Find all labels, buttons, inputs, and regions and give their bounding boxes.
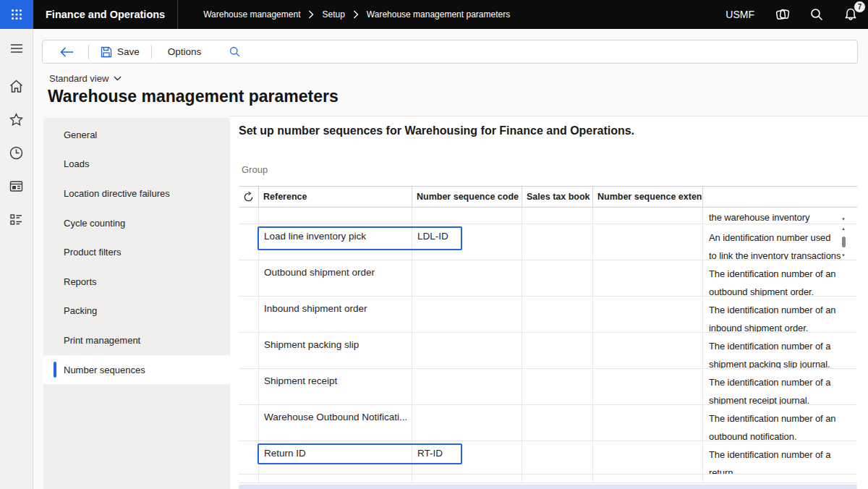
top-navigation-bar: Finance and Operations Warehouse managem… (0, 0, 868, 29)
table-row[interactable]: Outbound shipment order The identificati… (239, 260, 857, 297)
toolbar-search-button[interactable] (229, 46, 241, 58)
number-sequence-extension-cell[interactable] (593, 260, 703, 296)
app-title[interactable]: Finance and Operations (46, 9, 165, 20)
sidebar-item-general[interactable]: General (43, 120, 230, 150)
number-sequence-code-cell[interactable] (412, 297, 522, 332)
row-selector-cell[interactable] (239, 441, 259, 474)
sidebar-item-cycle-counting[interactable]: Cycle counting (43, 208, 230, 238)
menu-icon[interactable] (5, 37, 28, 60)
scroll-down-icon[interactable]: ▼ (841, 217, 846, 221)
row-selector-cell[interactable] (239, 260, 259, 296)
table-row[interactable]: Return ID RT-ID The identification numbe… (239, 441, 857, 475)
sales-tax-book-cell[interactable] (522, 333, 593, 368)
number-sequence-code-cell[interactable] (412, 369, 522, 404)
horizontal-scrollbar[interactable] (239, 485, 857, 489)
reference-cell[interactable]: Load line inventory pick (259, 224, 412, 260)
column-header-number-sequence-code[interactable]: Number sequence code (412, 187, 522, 207)
number-sequence-code-cell[interactable]: LDL-ID (412, 224, 522, 260)
row-selector-cell[interactable] (239, 297, 259, 332)
reference-cell[interactable]: Outbound shipment order (259, 260, 412, 296)
notifications-button[interactable]: 7 (842, 6, 859, 23)
number-sequence-extension-cell[interactable] (593, 297, 703, 332)
sidebar-item-location-directive-failures[interactable]: Location directive failures (43, 179, 230, 208)
app-launcher-icon (11, 9, 22, 20)
table-row[interactable]: Warehouse Outbound Notificati... The ide… (239, 405, 857, 441)
breadcrumb-page[interactable]: Warehouse management parameters (367, 9, 510, 20)
sidebar-item-loads[interactable]: Loads (43, 150, 230, 179)
number-sequence-extension-cell[interactable] (593, 208, 703, 224)
number-sequence-code-cell[interactable] (412, 333, 522, 368)
row-selector-cell[interactable] (239, 208, 259, 224)
reference-cell[interactable]: Return ID (259, 441, 412, 474)
table-row[interactable]: the warehouse inventory ▲ ▼ (239, 208, 857, 224)
number-sequence-extension-cell[interactable] (593, 405, 703, 441)
grid-header-row: Reference Number sequence code Sales tax… (239, 186, 857, 208)
table-row[interactable]: Inbound shipment order The identificatio… (239, 297, 857, 333)
breadcrumb-setup[interactable]: Setup (322, 9, 344, 20)
table-row[interactable]: Shipment receipt The identification numb… (239, 369, 857, 405)
description-cell: The identification number of an inbound … (703, 297, 857, 332)
sidebar-item-print-management[interactable]: Print management (43, 326, 230, 355)
column-header-sales-tax-book[interactable]: Sales tax book ... (522, 187, 593, 207)
sales-tax-book-cell[interactable] (522, 224, 593, 260)
scroll-down-icon[interactable]: ▼ (841, 253, 846, 258)
breadcrumb-module[interactable]: Warehouse management (203, 9, 300, 20)
number-sequence-code-cell[interactable]: RT-ID (412, 441, 522, 474)
sidebar-item-reports[interactable]: Reports (43, 267, 230, 297)
reference-cell[interactable]: Warehouse Outbound Notificati... (259, 405, 412, 441)
sales-tax-book-cell[interactable] (522, 297, 593, 332)
number-sequence-extension-cell[interactable] (593, 441, 703, 474)
reference-cell[interactable]: Shipment packing slip (259, 333, 412, 368)
rail-gap (33, 29, 43, 489)
sales-tax-book-cell[interactable] (522, 441, 593, 474)
number-sequence-extension-cell[interactable] (593, 224, 703, 260)
view-selector[interactable]: Standard view (49, 73, 122, 84)
sidebar-item-number-sequences[interactable]: Number sequences (43, 355, 230, 385)
row-selector-cell[interactable] (239, 333, 259, 368)
modules-list-icon[interactable] (5, 208, 28, 231)
sales-tax-book-cell[interactable] (522, 260, 593, 296)
scrollbar-thumb[interactable] (842, 237, 846, 247)
horizontal-scrollbar-thumb[interactable] (239, 485, 857, 489)
row-selector-cell[interactable] (239, 405, 259, 441)
number-sequence-code-cell[interactable] (412, 405, 522, 441)
back-button[interactable] (53, 47, 81, 57)
app-launcher-button[interactable] (0, 0, 33, 29)
refresh-icon[interactable] (243, 192, 254, 203)
reference-cell[interactable]: Shipment receipt (259, 369, 412, 404)
cell-scrollbar[interactable]: ▲ ▼ (840, 210, 847, 221)
recent-clock-icon[interactable] (5, 141, 28, 164)
row-selector-cell[interactable] (239, 369, 259, 404)
number-sequence-extension-cell[interactable] (593, 369, 703, 404)
copilot-icon[interactable] (774, 6, 791, 23)
search-icon[interactable] (808, 6, 825, 23)
workspaces-icon[interactable] (5, 174, 28, 197)
description-text: the warehouse inventory (709, 208, 857, 224)
sales-tax-book-cell[interactable] (522, 369, 593, 404)
sidebar-item-product-filters[interactable]: Product filters (43, 237, 230, 267)
reference-cell[interactable]: Inbound shipment order (259, 297, 412, 332)
save-button[interactable]: Save (96, 46, 144, 58)
number-sequence-code-cell[interactable] (412, 208, 522, 224)
nav-item-label: Packing (64, 305, 97, 316)
cell-scrollbar[interactable]: ▲ ▼ (840, 226, 847, 258)
options-button[interactable]: Options (159, 46, 210, 57)
column-header-number-sequence-extension[interactable]: Number sequence extensi... (593, 187, 703, 207)
column-header-reference[interactable]: Reference (259, 187, 412, 207)
number-sequence-extension-cell[interactable] (593, 333, 703, 368)
reference-cell[interactable] (259, 208, 412, 224)
company-picker[interactable]: USMF (726, 9, 754, 20)
favorites-star-icon[interactable] (5, 108, 28, 131)
table-row[interactable]: Shipment packing slip The identification… (239, 333, 857, 369)
sidebar-item-packing[interactable]: Packing (43, 297, 230, 326)
row-selector-cell[interactable] (239, 224, 259, 260)
scroll-up-icon[interactable]: ▲ (841, 226, 846, 231)
nav-item-label: Loads (64, 158, 89, 169)
home-icon[interactable] (5, 75, 28, 98)
sales-tax-book-cell[interactable] (522, 405, 593, 441)
description-cell: The identification number of a return. (703, 441, 857, 474)
table-row[interactable]: Load line inventory pick LDL-ID An ident… (239, 224, 857, 260)
number-sequence-code-cell[interactable] (412, 260, 522, 296)
table-row-partial[interactable] (239, 475, 857, 483)
sales-tax-book-cell[interactable] (522, 208, 593, 224)
